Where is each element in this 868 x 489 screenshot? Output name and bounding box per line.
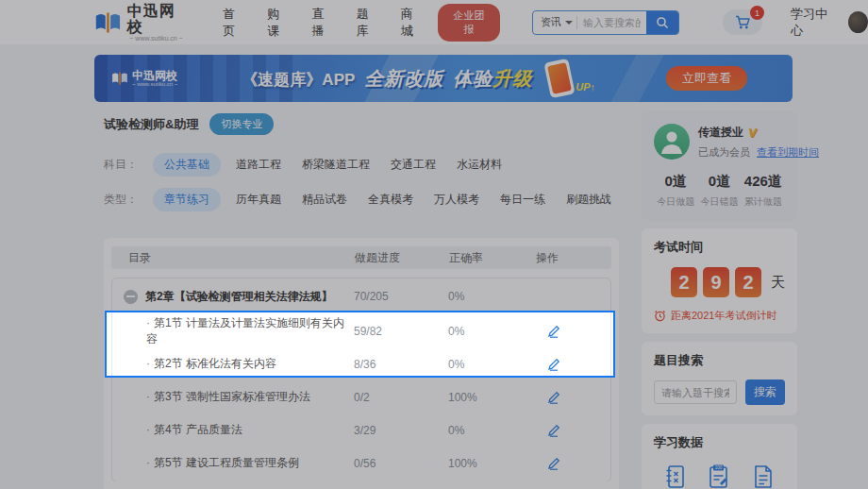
user-avatar-small[interactable] (848, 11, 868, 33)
section-progress: 0/56 (354, 457, 448, 470)
practice-record-item[interactable]: 做题记录 (742, 463, 785, 489)
banner-decoration (602, 55, 668, 102)
learning-center-link[interactable]: 学习中心 (791, 6, 835, 40)
stat-total-done-value: 426道 (742, 173, 785, 191)
countdown-digit: 2 (671, 267, 697, 297)
chapter-row[interactable]: 第2章【试验检测管理相关法律法规】 70/205 0% (112, 278, 610, 314)
study-data-title: 学习数据 (654, 434, 785, 451)
nav-item-question-bank[interactable]: 题库 (357, 6, 376, 40)
practice-edit-button[interactable] (546, 456, 561, 471)
section-title[interactable]: 第2节 标准化法有关内容 (154, 357, 276, 370)
chevron-down-icon (565, 21, 573, 25)
promo-banner[interactable]: 中迅网校 ~ www.sutiku.cn ~ 《速题库》APP 全新改版 体验 … (94, 55, 793, 102)
banner-logo: 中迅网校 ~ www.sutiku.cn ~ (111, 70, 177, 87)
wrong-question-book-item[interactable]: 错题本 (654, 463, 697, 489)
section-title[interactable]: 第5节 建设工程质量管理条例 (154, 456, 299, 469)
countdown-note: 距离2021年考试倒计时 (671, 309, 776, 323)
user-avatar[interactable] (654, 124, 690, 160)
banner-up-text: UP↑ (576, 81, 595, 93)
type-tab-daily-practice[interactable]: 每日一练 (494, 188, 551, 211)
banner-title-experience: 体验 (453, 66, 492, 92)
stat-today-done-value: 0道 (654, 173, 697, 191)
practice-edit-button[interactable] (546, 423, 561, 438)
question-search-button[interactable]: 搜索 (745, 379, 785, 405)
banner-logo-icon (111, 71, 128, 86)
pencil-icon (546, 324, 561, 339)
chapter-block: 第2章【试验检测管理相关法律法规】 70/205 0% ·第1节 计量法及计量法… (111, 278, 611, 482)
subject-tab-road-engineering[interactable]: 道路工程 (230, 153, 287, 177)
study-data-card: 学习数据 错题本 100 (642, 424, 797, 489)
banner-cta-button[interactable]: 立即查看 (666, 66, 747, 91)
member-status: 已成为会员 (698, 146, 750, 158)
section-row[interactable]: ·第5节 建设工程质量管理条例 0/56 100% (112, 447, 610, 480)
nav-item-live[interactable]: 直播 (312, 6, 332, 40)
subject-tab-public-basics[interactable]: 公共基础 (153, 153, 221, 177)
type-tab-past-papers[interactable]: 历年真题 (230, 188, 287, 211)
type-tab-full-mock[interactable]: 全真模考 (362, 188, 419, 211)
search-icon (656, 16, 669, 29)
main-content: 试验检测师&助理 切换专业 科目： 公共基础 道路工程 桥梁隧道工程 交通工程 … (94, 113, 625, 489)
section-row[interactable]: ·第4节 产品质量法 3/29 0% (112, 413, 610, 447)
user-stats: 0道 今日做题 0道 今日错题 426道 累计做题 (654, 173, 785, 209)
cart-badge: 1 (750, 6, 764, 20)
stat-today-done-label: 今日做题 (654, 195, 697, 209)
top-navigation-bar: 中迅网校 ~ www.sutiku.cn ~ 首页 购课 直播 题库 商城 企业… (0, 0, 868, 44)
section-progress: 59/82 (354, 325, 448, 338)
chapter-title: 第2章【试验检测管理相关法律法规】 (145, 289, 333, 305)
favorites-book-item[interactable]: 100 收藏本 (697, 463, 741, 489)
section-progress: 8/36 (354, 358, 448, 371)
banner-app-name: 《速题库》APP (242, 69, 355, 91)
type-tab-chapter-practice[interactable]: 章节练习 (153, 188, 221, 211)
subject-tab-traffic-engineering[interactable]: 交通工程 (385, 153, 442, 177)
question-search-card: 题目搜索 搜索 (642, 342, 797, 415)
section-progress: 3/29 (354, 424, 448, 437)
chapter-accuracy: 0% (448, 290, 535, 303)
view-expiry-link[interactable]: 查看到期时间 (757, 146, 819, 158)
search-category-dropdown[interactable]: 资讯 (533, 15, 576, 29)
nav-item-home[interactable]: 首页 (223, 6, 242, 40)
type-tab-mass-mock[interactable]: 万人模考 (428, 188, 485, 211)
type-tab-premium-papers[interactable]: 精品试卷 (296, 188, 353, 211)
pencil-icon (546, 390, 561, 405)
section-title[interactable]: 第4节 产品质量法 (154, 423, 242, 436)
logo-subtitle: ~ www.sutiku.cn ~ (127, 35, 185, 42)
svg-text:100: 100 (715, 465, 723, 470)
section-title[interactable]: 第3节 强制性国家标准管理办法 (154, 390, 310, 403)
type-tab-challenge[interactable]: 刷题挑战 (560, 188, 617, 211)
subject-tab-bridge-tunnel[interactable]: 桥梁隧道工程 (296, 153, 376, 177)
practice-edit-button[interactable] (546, 390, 561, 405)
site-logo[interactable]: 中迅网校 ~ www.sutiku.cn ~ (94, 3, 185, 42)
section-accuracy: 100% (448, 391, 535, 404)
enterprise-group-button[interactable]: 企业团报 (438, 4, 500, 42)
section-accuracy: 0% (448, 325, 535, 338)
profession-title: 试验检测师&助理 (104, 116, 198, 133)
section-row[interactable]: ·第1节 计量法及计量法实施细则有关内容 59/82 0% (112, 314, 610, 347)
search-button[interactable] (646, 10, 678, 35)
cart-icon (735, 15, 751, 30)
practice-edit-button[interactable] (546, 324, 561, 339)
nav-item-mall[interactable]: 商城 (401, 6, 421, 40)
banner-title-revamp: 全新改版 (364, 66, 443, 92)
vip-icon: V (748, 126, 757, 140)
section-accuracy: 100% (448, 457, 535, 470)
switch-profession-button[interactable]: 切换专业 (209, 113, 274, 135)
type-filter-label: 类型： (104, 192, 140, 208)
bullet: · (146, 316, 150, 329)
subject-filter-row: 科目： 公共基础 道路工程 桥梁隧道工程 交通工程 水运材料 (94, 153, 625, 177)
practice-edit-button[interactable] (546, 357, 561, 372)
nav-item-courses[interactable]: 购课 (267, 6, 287, 40)
section-accuracy: 0% (448, 358, 535, 371)
search-input[interactable] (577, 17, 646, 28)
question-search-input[interactable] (654, 380, 737, 404)
section-row[interactable]: ·第3节 强制性国家标准管理办法 0/2 100% (112, 380, 610, 413)
collapse-icon[interactable] (124, 290, 138, 304)
banner-title-upgrade: 升级 (492, 66, 532, 92)
section-row[interactable]: ·第2节 标准化法有关内容 8/36 0% (112, 347, 610, 380)
banner-logo-subtitle: ~ www.sutiku.cn ~ (132, 81, 177, 87)
subject-filter-label: 科目： (104, 157, 140, 173)
countdown-unit: 天 (771, 274, 785, 292)
bullet: · (146, 423, 150, 436)
cart-button[interactable]: 1 (723, 9, 762, 35)
subject-tab-waterway-materials[interactable]: 水运材料 (451, 153, 508, 177)
section-title[interactable]: 第1节 计量法及计量法实施细则有关内容 (146, 316, 344, 346)
